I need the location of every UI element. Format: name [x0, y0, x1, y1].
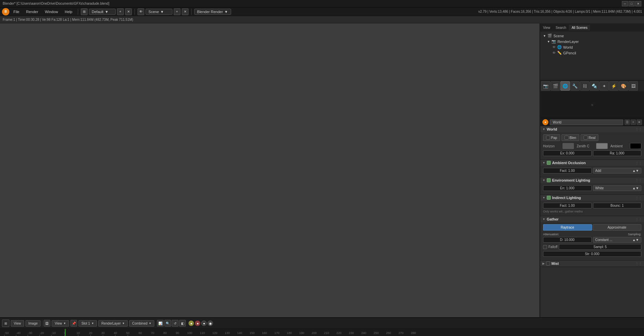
world-section-menu[interactable]: ⋮⋮ — [635, 128, 642, 131]
close-button[interactable]: ✕ — [635, 1, 641, 6]
eye-icon: 👁 — [552, 45, 556, 49]
layout-icon[interactable]: ⊞ — [81, 8, 88, 15]
timeline[interactable]: -50 -40 -30 -20 -10 0 10 20 30 40 50 60 … — [0, 329, 644, 336]
horizon-color[interactable] — [562, 143, 574, 149]
histogram-icon[interactable]: 📊 — [157, 320, 164, 327]
prop-object-icon[interactable]: 🔧 — [570, 81, 580, 91]
env-enabled-checkbox[interactable] — [547, 178, 551, 182]
world-section-header[interactable]: ▼ World ⋮⋮ — [540, 126, 644, 132]
env-section-header[interactable]: ▼ Environment Lighting ⋮⋮ — [540, 177, 644, 183]
env-section-title: Environment Lighting — [552, 178, 590, 182]
combined-dropdown[interactable]: Combined ▼ — [129, 320, 155, 327]
pinned-icon[interactable]: 📌 — [70, 320, 77, 327]
menu-render[interactable]: Render — [23, 9, 41, 14]
camera-render-button[interactable]: ◉ — [208, 321, 213, 326]
ex-field[interactable]: Ex: 0.000 — [543, 150, 592, 156]
ao-mode-dropdown[interactable]: Add ▲▼ — [593, 168, 642, 174]
image-editor-icon[interactable]: ⊞ — [2, 320, 9, 327]
prop-scene-icon[interactable]: 🎬 — [551, 81, 560, 91]
indirect-section-menu[interactable]: ⋮⋮ — [635, 196, 642, 200]
view-mode-dropdown[interactable]: View ▼ — [52, 320, 69, 327]
real-button[interactable]: Real — [581, 134, 599, 141]
world-icon: 🌐 — [557, 45, 562, 49]
maximize-button[interactable]: □ — [629, 1, 635, 6]
prop-constraints-icon[interactable]: ⛓ — [580, 81, 589, 91]
view-icon[interactable]: 👁 — [138, 8, 144, 15]
top-menu-bar: B File Render Window Help ⊞ Default ▼ + … — [0, 7, 644, 16]
render-button[interactable]: ● — [189, 321, 194, 326]
outliner-item-world[interactable]: 👁 🌐 World — [542, 44, 643, 50]
zenith-color[interactable] — [596, 143, 607, 149]
ao-fact-field[interactable]: Fact: 1.00 — [543, 168, 592, 174]
ao-section-header[interactable]: ▼ Ambient Occlusion ⋮⋮ — [540, 160, 644, 166]
tab-all-scenes[interactable]: All Scenes — [569, 25, 590, 31]
gather-d-field[interactable]: D: 10.000 — [543, 237, 592, 243]
menu-help[interactable]: Help — [62, 9, 75, 14]
gather-section-menu[interactable]: ⋮⋮ — [635, 218, 642, 221]
tab-view[interactable]: View — [540, 25, 553, 31]
pap-button[interactable]: Pap — [543, 134, 560, 141]
outliner-item-scene[interactable]: ▼ 🎬 Scene — [542, 33, 643, 39]
mist-enabled-checkbox[interactable] — [546, 261, 550, 266]
ra-field[interactable]: Ra: 1.000 — [593, 150, 642, 156]
prop-modifier-icon[interactable]: 🔩 — [590, 81, 599, 91]
prop-physics-icon[interactable]: ⚡ — [609, 81, 619, 91]
env-section-menu[interactable]: ⋮⋮ — [635, 179, 642, 182]
slot-dropdown[interactable]: Slot 1 ▼ — [78, 320, 97, 327]
menu-window[interactable]: Window — [42, 9, 61, 14]
overlay-icon[interactable]: ◧ — [179, 320, 186, 327]
raytrace-button[interactable]: Raytrace — [543, 224, 592, 231]
menu-file[interactable]: File — [11, 9, 22, 14]
remove-scene-button[interactable]: ✕ — [182, 8, 189, 15]
workspace-selector[interactable]: Default ▼ — [89, 9, 116, 15]
renderlayer-dropdown[interactable]: RenderLayer ▼ — [98, 320, 128, 327]
world-delete-button[interactable]: ✕ — [637, 119, 642, 125]
viewport[interactable] — [0, 23, 540, 317]
add-workspace-button[interactable]: + — [117, 8, 124, 15]
image-menu-button[interactable]: Image — [25, 320, 41, 327]
falloff-checkbox[interactable] — [543, 245, 547, 249]
prop-texture-icon[interactable]: 🖼 — [629, 81, 638, 91]
zoom-icon[interactable]: 🔍 — [164, 320, 171, 327]
indirect-enabled-checkbox[interactable] — [547, 196, 551, 200]
stop-button[interactable]: ● — [195, 321, 200, 326]
scene-selector[interactable]: Scene ▼ — [146, 9, 172, 15]
ao-enabled-checkbox[interactable] — [547, 161, 551, 165]
prop-particles-icon[interactable]: ✦ — [599, 81, 609, 91]
gather-sampl-field[interactable]: Sampl: 5 — [559, 244, 641, 250]
gather-section-header[interactable]: ▼ Gather ⋮⋮ — [540, 216, 644, 222]
gather-str-field[interactable]: Str: 0.000 — [543, 251, 641, 257]
gather-d-label: D: — [560, 238, 564, 242]
mist-section-header[interactable]: ▶ Mist ⋮⋮ — [540, 260, 644, 267]
ambient-color[interactable] — [630, 143, 641, 149]
indirect-fact-field[interactable]: Fact: 1.00 — [543, 203, 592, 208]
pause-button[interactable]: ● — [201, 321, 207, 326]
minimize-button[interactable]: ─ — [622, 1, 628, 6]
remove-workspace-button[interactable]: ✕ — [125, 8, 132, 15]
mist-section-menu[interactable]: ⋮⋮ — [635, 262, 642, 266]
world-add-button[interactable]: + — [631, 119, 636, 125]
world-browse-button[interactable]: ☰ — [625, 119, 630, 125]
indirect-bounces-field[interactable]: Bounc: 1 — [593, 203, 642, 208]
tab-search[interactable]: Search — [553, 25, 569, 31]
add-scene-button[interactable]: + — [174, 8, 180, 15]
view-menu-button[interactable]: View — [11, 320, 24, 327]
prop-world-icon active[interactable]: 🌐 — [560, 81, 570, 91]
refresh-icon[interactable]: ↺ — [172, 320, 178, 327]
outliner-item-renderlayer[interactable]: ▼ 📷 RenderLayer — [542, 39, 643, 44]
ao-section-menu[interactable]: ⋮⋮ — [635, 161, 642, 165]
prop-render-icon[interactable]: 📷 — [541, 81, 550, 91]
approximate-button[interactable]: Approximate — [593, 224, 642, 231]
indirect-section-header[interactable]: ▼ Indirect Lighting ⋮⋮ — [540, 195, 644, 201]
image-mode-icon[interactable]: 🖼 — [44, 320, 50, 327]
color-row: Horizon Zenith C Ambient — [543, 143, 641, 149]
prop-material-icon[interactable]: 🎨 — [619, 81, 628, 91]
gather-sampling-dropdown[interactable]: Constant ... ▲▼ — [593, 237, 642, 243]
render-engine-selector[interactable]: Blender Render ▼ — [194, 9, 231, 15]
blen-button[interactable]: Blen — [561, 134, 579, 141]
combined-label: Combined — [132, 322, 148, 325]
env-color-dropdown[interactable]: White ▲▼ — [593, 185, 642, 191]
outliner-item-gpencil[interactable]: 👁 ✏️ GPencil — [542, 50, 643, 56]
env-en-field[interactable]: En: 1.000 — [543, 185, 592, 191]
world-name-field[interactable]: World — [550, 119, 623, 125]
